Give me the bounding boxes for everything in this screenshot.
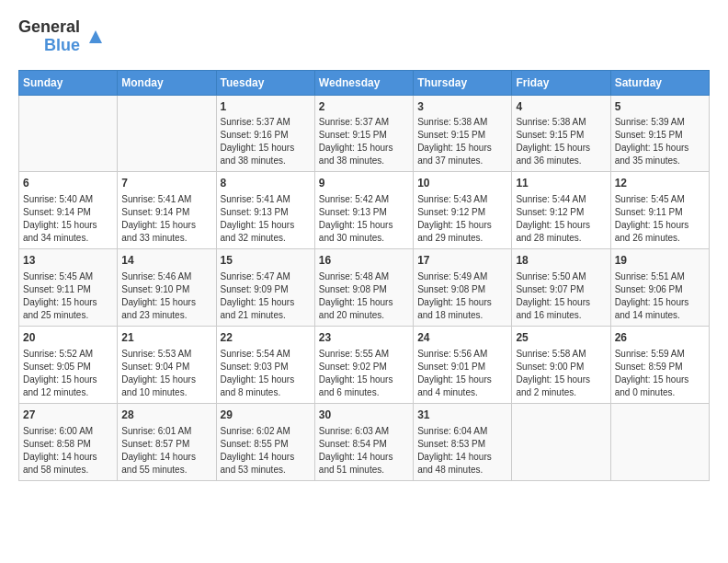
day-number: 19 — [615, 253, 705, 269]
cell-info: Daylight: 15 hours and 34 minutes. — [23, 219, 113, 245]
cell-info: Sunrise: 5:41 AM — [121, 193, 211, 206]
cell-info: Daylight: 15 hours and 33 minutes. — [121, 219, 211, 245]
calendar-table: SundayMondayTuesdayWednesdayThursdayFrid… — [18, 70, 710, 481]
cell-info: Sunrise: 5:59 AM — [615, 348, 705, 361]
calendar-cell: 6Sunrise: 5:40 AMSunset: 9:14 PMDaylight… — [19, 172, 118, 249]
day-number: 8 — [221, 176, 311, 191]
calendar-cell: 28Sunrise: 6:01 AMSunset: 8:57 PMDayligh… — [118, 403, 216, 480]
cell-info: Sunset: 8:55 PM — [221, 438, 311, 451]
cell-info: Sunrise: 5:38 AM — [516, 116, 606, 129]
day-number: 16 — [319, 253, 409, 269]
cell-info: Daylight: 15 hours and 21 minutes. — [221, 296, 311, 322]
cell-info: Sunset: 8:54 PM — [319, 438, 409, 451]
day-header-sunday: Sunday — [19, 70, 118, 95]
day-number: 27 — [23, 408, 113, 423]
cell-info: Sunset: 9:14 PM — [121, 206, 211, 219]
cell-info: Sunrise: 5:46 AM — [121, 270, 211, 283]
day-number: 15 — [221, 253, 311, 269]
calendar-cell: 10Sunrise: 5:43 AMSunset: 9:12 PMDayligh… — [414, 172, 512, 249]
cell-info: Daylight: 14 hours and 53 minutes. — [221, 451, 311, 477]
cell-info: Sunrise: 6:00 AM — [23, 425, 113, 438]
calendar-cell: 19Sunrise: 5:51 AMSunset: 9:06 PMDayligh… — [610, 249, 709, 327]
cell-info: Sunrise: 5:56 AM — [417, 348, 507, 361]
day-number: 18 — [516, 253, 606, 269]
cell-info: Sunrise: 5:42 AM — [319, 193, 409, 206]
cell-info: Sunrise: 5:52 AM — [23, 348, 113, 361]
logo-icon — [85, 27, 106, 51]
cell-info: Daylight: 15 hours and 10 minutes. — [121, 373, 211, 399]
cell-info: Daylight: 15 hours and 29 minutes. — [417, 219, 507, 245]
calendar-cell: 26Sunrise: 5:59 AMSunset: 8:59 PMDayligh… — [610, 326, 709, 403]
cell-info: Sunset: 9:08 PM — [319, 283, 409, 296]
cell-info: Daylight: 15 hours and 6 minutes. — [319, 373, 409, 399]
cell-info: Sunrise: 5:47 AM — [221, 270, 311, 283]
cell-info: Sunset: 9:14 PM — [23, 206, 113, 219]
calendar-cell: 2Sunrise: 5:37 AMSunset: 9:15 PMDaylight… — [314, 95, 413, 172]
cell-info: Sunset: 9:13 PM — [319, 206, 409, 219]
day-number: 28 — [121, 408, 211, 423]
cell-info: Sunset: 8:53 PM — [417, 438, 507, 451]
cell-info: Sunrise: 5:50 AM — [516, 270, 606, 283]
day-header-wednesday: Wednesday — [314, 70, 413, 95]
day-number: 21 — [121, 330, 211, 346]
cell-info: Daylight: 15 hours and 25 minutes. — [23, 296, 113, 322]
cell-info: Sunrise: 5:45 AM — [615, 193, 705, 206]
cell-info: Daylight: 15 hours and 23 minutes. — [121, 296, 211, 322]
cell-info: Sunset: 9:16 PM — [221, 129, 311, 142]
cell-info: Sunset: 9:12 PM — [417, 206, 507, 219]
calendar-cell: 21Sunrise: 5:53 AMSunset: 9:04 PMDayligh… — [118, 326, 216, 403]
cell-info: Sunset: 9:07 PM — [516, 283, 606, 296]
cell-info: Sunset: 9:11 PM — [615, 206, 705, 219]
day-number: 4 — [516, 99, 606, 115]
cell-info: Sunset: 9:15 PM — [417, 129, 507, 142]
day-number: 23 — [319, 330, 409, 346]
cell-info: Daylight: 15 hours and 14 minutes. — [615, 296, 705, 322]
calendar-cell: 3Sunrise: 5:38 AMSunset: 9:15 PMDaylight… — [414, 95, 512, 172]
calendar-cell: 31Sunrise: 6:04 AMSunset: 8:53 PMDayligh… — [414, 403, 512, 480]
day-header-tuesday: Tuesday — [216, 70, 314, 95]
calendar-cell — [512, 403, 610, 480]
calendar-cell: 7Sunrise: 5:41 AMSunset: 9:14 PMDaylight… — [118, 172, 216, 249]
day-number: 10 — [417, 176, 507, 191]
cell-info: Sunset: 9:03 PM — [221, 361, 311, 373]
cell-info: Daylight: 14 hours and 51 minutes. — [319, 451, 409, 477]
cell-info: Sunrise: 5:37 AM — [221, 116, 311, 129]
svg-marker-0 — [89, 30, 102, 43]
cell-info: Daylight: 15 hours and 36 minutes. — [516, 142, 606, 167]
day-number: 7 — [121, 176, 211, 191]
day-number: 29 — [221, 408, 311, 423]
cell-info: Daylight: 15 hours and 2 minutes. — [516, 373, 606, 399]
cell-info: Sunrise: 5:49 AM — [417, 270, 507, 283]
cell-info: Sunrise: 5:53 AM — [121, 348, 211, 361]
cell-info: Sunset: 9:05 PM — [23, 361, 113, 373]
calendar-cell: 4Sunrise: 5:38 AMSunset: 9:15 PMDaylight… — [512, 95, 610, 172]
day-number: 31 — [417, 408, 507, 423]
week-row-2: 6Sunrise: 5:40 AMSunset: 9:14 PMDaylight… — [19, 172, 710, 249]
day-number: 1 — [221, 99, 311, 115]
cell-info: Sunrise: 5:51 AM — [615, 270, 705, 283]
day-number: 3 — [417, 99, 507, 115]
cell-info: Daylight: 15 hours and 32 minutes. — [221, 219, 311, 245]
cell-info: Daylight: 15 hours and 26 minutes. — [615, 219, 705, 245]
calendar-cell — [610, 403, 709, 480]
calendar-cell: 25Sunrise: 5:58 AMSunset: 9:00 PMDayligh… — [512, 326, 610, 403]
calendar-cell: 14Sunrise: 5:46 AMSunset: 9:10 PMDayligh… — [118, 249, 216, 327]
cell-info: Sunset: 9:12 PM — [516, 206, 606, 219]
day-number: 2 — [319, 99, 409, 115]
cell-info: Sunrise: 5:37 AM — [319, 116, 409, 129]
day-header-thursday: Thursday — [414, 70, 512, 95]
cell-info: Daylight: 15 hours and 16 minutes. — [516, 296, 606, 322]
calendar-cell: 11Sunrise: 5:44 AMSunset: 9:12 PMDayligh… — [512, 172, 610, 249]
calendar-cell: 12Sunrise: 5:45 AMSunset: 9:11 PMDayligh… — [610, 172, 709, 249]
cell-info: Daylight: 14 hours and 58 minutes. — [23, 451, 113, 477]
week-row-4: 20Sunrise: 5:52 AMSunset: 9:05 PMDayligh… — [19, 326, 710, 403]
week-row-3: 13Sunrise: 5:45 AMSunset: 9:11 PMDayligh… — [19, 249, 710, 327]
cell-info: Daylight: 15 hours and 0 minutes. — [615, 373, 705, 399]
calendar-cell: 29Sunrise: 6:02 AMSunset: 8:55 PMDayligh… — [216, 403, 314, 480]
logo-blue: Blue — [44, 37, 80, 55]
cell-info: Daylight: 15 hours and 20 minutes. — [319, 296, 409, 322]
day-number: 6 — [23, 176, 113, 191]
day-number: 25 — [516, 330, 606, 346]
cell-info: Sunrise: 5:48 AM — [319, 270, 409, 283]
day-number: 14 — [121, 253, 211, 269]
